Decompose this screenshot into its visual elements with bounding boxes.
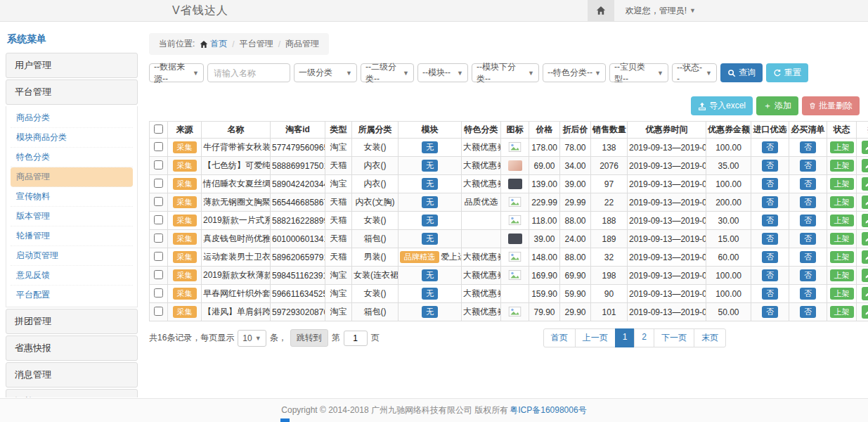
- edit-button[interactable]: [862, 305, 868, 319]
- name-search-input[interactable]: [207, 63, 290, 82]
- must-buy-toggle[interactable]: 否: [800, 251, 816, 263]
- import-pick-toggle[interactable]: 否: [762, 160, 778, 172]
- row-checkbox[interactable]: [154, 234, 163, 243]
- row-checkbox[interactable]: [154, 197, 163, 206]
- icp-link[interactable]: 粤ICP备16098006号: [510, 404, 586, 416]
- status-button[interactable]: 上架: [830, 233, 854, 245]
- module-badge: 无: [422, 160, 438, 172]
- status-button[interactable]: 上架: [830, 288, 854, 300]
- filter-select-data-source[interactable]: --数据来源--▼: [149, 63, 204, 82]
- status-button[interactable]: 上架: [830, 306, 854, 318]
- row-checkbox[interactable]: [154, 307, 163, 316]
- breadcrumb: 当前位置: 首页 / 平台管理 / 商品管理: [149, 33, 329, 55]
- status-button[interactable]: 上架: [830, 178, 854, 190]
- sidebar-item-carousel-mgmt[interactable]: 轮播管理: [11, 226, 133, 246]
- sidebar-item-feature-category[interactable]: 特色分类: [11, 148, 133, 167]
- sidebar-section-saving-news[interactable]: 省惠快报: [6, 335, 138, 361]
- filter-select-item-type[interactable]: --宝贝类型--▼: [609, 63, 668, 82]
- status-button[interactable]: 上架: [830, 196, 854, 208]
- row-checkbox[interactable]: [154, 288, 163, 298]
- import-pick-toggle[interactable]: 否: [762, 288, 778, 300]
- import-pick-toggle[interactable]: 否: [762, 251, 778, 263]
- row-checkbox[interactable]: [154, 160, 163, 170]
- import-pick-toggle[interactable]: 否: [762, 178, 778, 190]
- batch-delete-button[interactable]: 批量删除: [802, 96, 860, 115]
- edit-button[interactable]: [862, 214, 868, 227]
- sidebar-item-platform-config[interactable]: 平台配置: [11, 286, 133, 305]
- must-buy-toggle[interactable]: 否: [800, 288, 816, 300]
- page-item-首页[interactable]: 首页: [543, 328, 576, 347]
- page-item-1[interactable]: 1: [615, 328, 635, 347]
- import-pick-toggle[interactable]: 否: [762, 306, 778, 318]
- edit-button[interactable]: [862, 159, 868, 172]
- must-buy-toggle[interactable]: 否: [800, 178, 816, 190]
- jump-button[interactable]: 跳转到: [290, 329, 328, 347]
- must-buy-toggle[interactable]: 否: [800, 233, 816, 245]
- sidebar-section-message-mgmt[interactable]: 消息管理: [6, 362, 138, 388]
- module-badge: 无: [422, 141, 438, 153]
- sidebar-section-user-mgmt[interactable]: 用户管理: [6, 53, 138, 78]
- must-buy-toggle[interactable]: 否: [800, 141, 816, 153]
- filter-select-status[interactable]: --状态--▼: [672, 63, 717, 82]
- edit-button[interactable]: [862, 177, 868, 191]
- page-item-末页[interactable]: 末页: [694, 328, 726, 347]
- jump-page-input[interactable]: [344, 331, 368, 346]
- image-placeholder-icon: [508, 197, 522, 207]
- home-button[interactable]: [588, 0, 614, 21]
- edit-button[interactable]: [862, 196, 868, 209]
- edit-button[interactable]: [862, 250, 868, 264]
- must-buy-toggle[interactable]: 否: [800, 306, 816, 318]
- import-pick-toggle[interactable]: 否: [762, 196, 778, 208]
- must-buy-toggle[interactable]: 否: [800, 269, 816, 281]
- edit-button[interactable]: [862, 141, 868, 154]
- edit-button[interactable]: [862, 232, 868, 245]
- reset-button[interactable]: 重置: [766, 63, 808, 82]
- add-button[interactable]: ＋ 添加: [756, 96, 798, 115]
- import-pick-toggle[interactable]: 否: [762, 215, 778, 226]
- filter-select-primary-category[interactable]: 一级分类▼: [294, 63, 357, 82]
- status-button[interactable]: 上架: [830, 141, 854, 153]
- row-checkbox[interactable]: [154, 179, 163, 188]
- sidebar-item-promo-material[interactable]: 宣传物料: [11, 187, 133, 207]
- user-menu[interactable]: 欢迎您，管理员! ▼: [626, 5, 696, 17]
- import-pick-toggle[interactable]: 否: [762, 141, 778, 153]
- filter-select-module[interactable]: --模块--▼: [417, 63, 468, 82]
- filter-select-secondary-category[interactable]: --二级分类--▼: [361, 63, 414, 82]
- col-header-import-pick: 进口优选: [751, 122, 789, 139]
- page-item-上一页[interactable]: 上一页: [575, 328, 616, 347]
- row-checkbox[interactable]: [154, 215, 163, 224]
- filter-select-feature-category[interactable]: --特色分类--▼: [543, 63, 606, 82]
- select-all-checkbox[interactable]: [154, 124, 163, 134]
- sidebar-item-feedback[interactable]: 意见反馈: [11, 266, 133, 286]
- row-checkbox[interactable]: [154, 142, 163, 151]
- must-buy-toggle[interactable]: 否: [800, 215, 816, 226]
- sidebar-section-group-buy-mgmt[interactable]: 拼团管理: [6, 309, 138, 334]
- sidebar-item-splash-page-mgmt[interactable]: 启动页管理: [11, 246, 133, 266]
- sidebar-section-order-mgmt[interactable]: 订单管理: [6, 389, 138, 397]
- must-buy-toggle[interactable]: 否: [800, 160, 816, 172]
- filter-select-module-subcategory[interactable]: --模块下分类--▼: [472, 63, 539, 82]
- per-page-select[interactable]: 10 ▼: [238, 330, 266, 347]
- status-button[interactable]: 上架: [830, 269, 854, 281]
- row-checkbox[interactable]: [154, 252, 163, 261]
- sidebar-section-platform-mgmt[interactable]: 平台管理: [6, 79, 138, 105]
- sidebar-item-product-mgmt[interactable]: 商品管理: [11, 167, 133, 187]
- import-excel-button[interactable]: 导入excel: [691, 96, 753, 115]
- row-checkbox[interactable]: [154, 270, 163, 279]
- status-button[interactable]: 上架: [830, 251, 854, 263]
- search-button[interactable]: 查询: [720, 63, 763, 82]
- sidebar-item-version-mgmt[interactable]: 版本管理: [11, 207, 133, 226]
- breadcrumb-home-link[interactable]: 首页: [200, 38, 227, 50]
- edit-button[interactable]: [862, 287, 868, 300]
- sidebar-item-module-product-category[interactable]: 模块商品分类: [11, 128, 133, 148]
- import-pick-toggle[interactable]: 否: [762, 269, 778, 281]
- status-button[interactable]: 上架: [830, 160, 854, 172]
- import-pick-toggle[interactable]: 否: [762, 233, 778, 245]
- page-item-下一页[interactable]: 下一页: [654, 328, 694, 347]
- must-buy-toggle[interactable]: 否: [800, 196, 816, 208]
- status-button[interactable]: 上架: [830, 215, 854, 226]
- page-item-2[interactable]: 2: [634, 328, 654, 347]
- sidebar-item-product-category[interactable]: 商品分类: [11, 108, 133, 128]
- edit-button[interactable]: [862, 269, 868, 282]
- col-header-price: 价格: [529, 122, 560, 139]
